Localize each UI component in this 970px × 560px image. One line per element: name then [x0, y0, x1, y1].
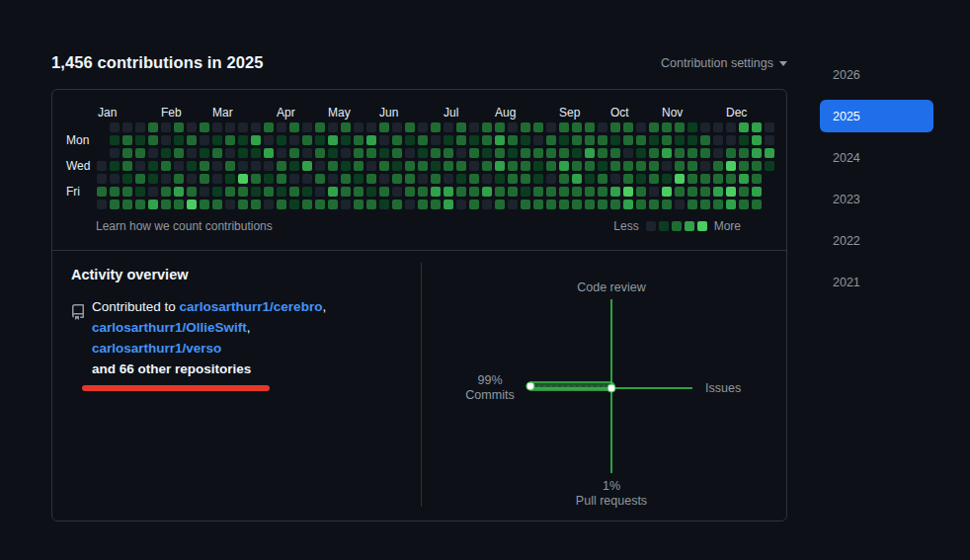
contribution-cell[interactable] — [610, 135, 620, 145]
contribution-cell[interactable] — [610, 148, 620, 158]
contribution-cell[interactable] — [122, 187, 132, 197]
contribution-cell[interactable] — [366, 161, 376, 171]
contribution-cell[interactable] — [456, 148, 466, 158]
repo-link[interactable]: carlosarthurr1/cerebro — [180, 299, 323, 314]
contribution-cell[interactable] — [495, 161, 505, 171]
contribution-cell[interactable] — [752, 148, 762, 158]
contribution-cell[interactable] — [277, 187, 286, 197]
contribution-cell[interactable] — [444, 135, 453, 145]
contribution-cell[interactable] — [521, 161, 530, 171]
contribution-cell[interactable] — [405, 200, 415, 209]
contribution-cell[interactable] — [161, 174, 171, 184]
contribution-cell[interactable] — [110, 161, 120, 171]
contribution-cell[interactable] — [482, 174, 492, 184]
contribution-cell[interactable] — [289, 200, 299, 209]
contribution-cell[interactable] — [302, 148, 312, 158]
contribution-cell[interactable] — [238, 174, 248, 184]
learn-link[interactable]: Learn how we count contributions — [96, 219, 273, 233]
contribution-cell[interactable] — [148, 161, 158, 171]
contribution-cell[interactable] — [354, 148, 364, 158]
contribution-cell[interactable] — [187, 122, 197, 132]
contribution-cell[interactable] — [315, 148, 325, 158]
contribution-cell[interactable] — [546, 161, 556, 171]
contribution-cell[interactable] — [700, 161, 710, 171]
contribution-cell[interactable] — [212, 200, 222, 209]
contribution-cell[interactable] — [328, 200, 338, 209]
contribution-cell[interactable] — [559, 148, 569, 158]
contribution-cell[interactable] — [122, 148, 132, 158]
contribution-cell[interactable] — [456, 135, 466, 145]
contribution-cell[interactable] — [533, 135, 543, 145]
contribution-cell[interactable] — [495, 135, 505, 145]
contribution-cell[interactable] — [379, 148, 389, 158]
contribution-cell[interactable] — [418, 148, 428, 158]
contribution-cell[interactable] — [366, 200, 376, 209]
contribution-cell[interactable] — [687, 161, 697, 171]
contribution-cell[interactable] — [302, 200, 312, 209]
contribution-cell[interactable] — [110, 135, 120, 145]
contribution-cell[interactable] — [289, 135, 299, 145]
contribution-cell[interactable] — [225, 122, 235, 132]
contribution-cell[interactable] — [675, 122, 685, 132]
contribution-cell[interactable] — [148, 148, 158, 158]
contribution-cell[interactable] — [765, 122, 774, 132]
contribution-cell[interactable] — [482, 200, 492, 209]
contribution-cell[interactable] — [264, 135, 274, 145]
contribution-cell[interactable] — [456, 200, 466, 209]
contribution-cell[interactable] — [585, 174, 595, 184]
contribution-cell[interactable] — [508, 174, 518, 184]
year-item-2026[interactable]: 2026 — [820, 58, 933, 91]
year-item-2023[interactable]: 2023 — [820, 183, 933, 215]
contribution-cell[interactable] — [200, 174, 209, 184]
contribution-cell[interactable] — [251, 122, 261, 132]
radar-label-commits[interactable]: Commits — [465, 388, 514, 402]
contribution-cell[interactable] — [585, 135, 595, 145]
contribution-cell[interactable] — [354, 135, 364, 145]
contribution-cell[interactable] — [610, 187, 620, 197]
contribution-cell[interactable] — [212, 161, 222, 171]
contribution-cell[interactable] — [174, 187, 184, 197]
contribution-cell[interactable] — [444, 200, 453, 209]
contribution-cell[interactable] — [700, 122, 710, 132]
contribution-cell[interactable] — [366, 187, 376, 197]
contribution-cell[interactable] — [135, 135, 145, 145]
contribution-cell[interactable] — [148, 135, 158, 145]
contribution-cell[interactable] — [251, 174, 261, 184]
contribution-cell[interactable] — [469, 148, 479, 158]
contribution-cell[interactable] — [508, 122, 518, 132]
radar-label-pull-requests[interactable]: Pull requests — [576, 494, 647, 508]
contribution-cell[interactable] — [187, 200, 197, 209]
contribution-cell[interactable] — [739, 200, 749, 209]
contribution-cell[interactable] — [636, 200, 646, 209]
contribution-cell[interactable] — [277, 122, 286, 132]
contribution-cell[interactable] — [225, 148, 235, 158]
contribution-cell[interactable] — [122, 174, 132, 184]
contribution-cell[interactable] — [636, 135, 646, 145]
contribution-cell[interactable] — [187, 135, 197, 145]
contribution-cell[interactable] — [187, 174, 197, 184]
contribution-cell[interactable] — [264, 174, 274, 184]
contribution-cell[interactable] — [469, 187, 479, 197]
contribution-cell[interactable] — [122, 200, 132, 209]
contribution-cell[interactable] — [687, 135, 697, 145]
contribution-cell[interactable] — [675, 187, 685, 197]
contribution-cell[interactable] — [122, 161, 132, 171]
contribution-cell[interactable] — [739, 122, 749, 132]
contribution-cell[interactable] — [598, 122, 607, 132]
contribution-cell[interactable] — [495, 187, 505, 197]
contribution-cell[interactable] — [110, 122, 120, 132]
contribution-cell[interactable] — [341, 148, 351, 158]
contribution-cell[interactable] — [598, 187, 607, 197]
contribution-cell[interactable] — [649, 148, 659, 158]
contribution-cell[interactable] — [469, 174, 479, 184]
contribution-cell[interactable] — [418, 187, 428, 197]
contribution-cell[interactable] — [328, 161, 338, 171]
contribution-cell[interactable] — [765, 161, 774, 171]
contribution-cell[interactable] — [585, 187, 595, 197]
contribution-cell[interactable] — [713, 174, 723, 184]
contribution-cell[interactable] — [546, 174, 556, 184]
contribution-cell[interactable] — [521, 135, 530, 145]
contribution-cell[interactable] — [379, 135, 389, 145]
contribution-cell[interactable] — [122, 135, 132, 145]
contribution-cell[interactable] — [238, 122, 248, 132]
